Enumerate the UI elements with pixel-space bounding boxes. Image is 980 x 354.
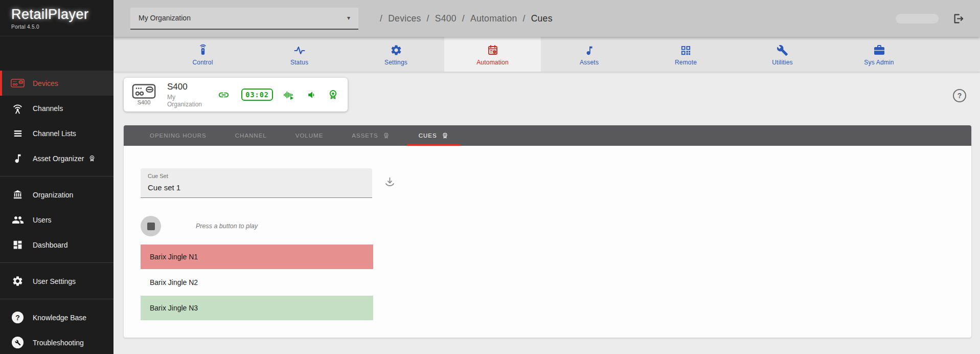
tab-label: Sys Admin	[864, 59, 894, 66]
subtab-volume[interactable]: VOLUME	[284, 125, 335, 146]
breadcrumb-item-s400[interactable]: S400	[435, 13, 457, 24]
wrench-circle-icon	[11, 336, 25, 349]
users-group-icon	[11, 213, 25, 227]
help-icon: ?	[958, 92, 962, 100]
sidebar-nav: Devices Channels Channel	[0, 71, 113, 354]
subtab-channel[interactable]: CHANNEL	[223, 125, 279, 146]
sidebar-divider	[0, 299, 113, 299]
subtab-opening-hours[interactable]: OPENING HOURS	[138, 125, 218, 146]
device-organization: My Organization	[167, 94, 202, 108]
breadcrumb-separator: /	[427, 13, 429, 24]
cue-set-field[interactable]: Cue Set Cue set 1	[141, 168, 372, 198]
cue-label: Barix Jingle N3	[150, 304, 198, 312]
toolbox-icon	[873, 42, 885, 56]
award-badge-icon	[327, 88, 339, 101]
antenna-icon	[11, 101, 25, 115]
sidebar-item-label: Channel Lists	[33, 129, 76, 138]
tab-label: Utilities	[772, 59, 792, 66]
device-thumbnail: S400	[132, 84, 156, 105]
sidebar-item-channels[interactable]: Channels	[0, 96, 113, 121]
device-player-icon	[132, 84, 156, 99]
link-connected-icon	[216, 89, 232, 101]
tab-label: Assets	[580, 59, 599, 66]
audio-playing-icon	[283, 88, 295, 101]
device-player-icon	[11, 76, 25, 90]
download-icon	[383, 175, 396, 188]
download-cue-set-button[interactable]	[383, 175, 396, 190]
breadcrumb-separator: /	[522, 13, 525, 24]
cue-button-barix-jingle-n3[interactable]: Barix Jingle N3	[141, 296, 373, 320]
tab-label: Settings	[384, 59, 407, 66]
tab-assets[interactable]: Assets	[541, 37, 637, 72]
sidebar-item-label: Asset Organizer	[33, 154, 84, 163]
device-clock: 03:02	[241, 88, 273, 101]
breadcrumb-separator: /	[462, 13, 465, 24]
device-tab-bar: Control Status Settings	[113, 37, 980, 72]
stop-playback-button[interactable]	[141, 216, 161, 236]
retailplayer-app: RetailPlayer Portal 4.5.0 Devices Channe…	[0, 0, 980, 354]
cue-button-barix-jingle-n2[interactable]: Barix Jingle N2	[141, 270, 373, 295]
tab-control[interactable]: Control	[154, 37, 251, 72]
gear-icon	[11, 274, 25, 288]
subtab-label: ASSETS	[352, 132, 378, 139]
music-note-icon	[584, 42, 595, 56]
breadcrumb-item-automation[interactable]: Automation	[470, 13, 517, 24]
sidebar-item-organization[interactable]: Organization	[0, 182, 113, 207]
pulse-icon	[293, 42, 306, 56]
sidebar-item-label: Users	[33, 216, 52, 224]
award-badge-icon	[382, 132, 390, 140]
tab-automation[interactable]: Automation	[444, 37, 541, 72]
automation-panel: OPENING HOURS CHANNEL VOLUME ASSETS CUES…	[124, 125, 971, 338]
breadcrumb: / Devices / S400 / Automation / Cues	[380, 13, 553, 24]
tab-remote[interactable]: Remote	[637, 37, 734, 72]
subtab-label: CUES	[419, 132, 437, 139]
sidebar-divider	[0, 262, 113, 263]
breadcrumb-item-devices[interactable]: Devices	[388, 13, 421, 24]
calendar-gear-icon	[487, 42, 499, 56]
sidebar-item-devices[interactable]: Devices	[0, 71, 113, 96]
tab-sys-admin[interactable]: Sys Admin	[831, 37, 927, 72]
question-circle-icon: ?	[11, 311, 25, 324]
sidebar-item-label: Knowledge Base	[33, 314, 86, 322]
sidebar-item-asset-organizer[interactable]: Asset Organizer	[0, 146, 113, 171]
automation-subtabs: OPENING HOURS CHANNEL VOLUME ASSETS CUES	[124, 125, 971, 146]
sidebar-item-label: Troubleshooting	[33, 339, 84, 347]
sidebar-item-label: Devices	[33, 79, 58, 87]
sidebar-item-dashboard[interactable]: Dashboard	[0, 232, 113, 257]
gear-icon	[390, 42, 402, 56]
cue-set-value: Cue set 1	[148, 183, 365, 192]
sidebar-item-channel-lists[interactable]: Channel Lists	[0, 121, 113, 146]
award-badge-icon	[441, 132, 449, 140]
subtab-label: OPENING HOURS	[150, 132, 207, 139]
subtab-assets[interactable]: ASSETS	[340, 125, 401, 146]
top-bar: My Organization ▾ / Devices / S400 / Aut…	[113, 0, 980, 37]
subtab-cues[interactable]: CUES	[407, 125, 461, 146]
remote-control-icon	[197, 42, 209, 56]
app-logo: RetailPlayer	[11, 7, 113, 23]
sidebar-item-troubleshooting[interactable]: Troubleshooting	[0, 330, 113, 354]
qr-code-icon	[680, 42, 692, 56]
cue-label: Barix Jingle N2	[150, 278, 198, 286]
tab-settings[interactable]: Settings	[348, 37, 444, 72]
wrench-icon	[777, 42, 788, 56]
award-badge-icon	[88, 154, 96, 163]
sidebar-item-users[interactable]: Users	[0, 207, 113, 232]
device-summary-card[interactable]: S400 S400 My Organization 03:02	[124, 78, 348, 112]
device-names: S400 My Organization	[167, 82, 202, 108]
sidebar-item-knowledge-base[interactable]: ? Knowledge Base	[0, 305, 113, 330]
logout-button[interactable]	[951, 12, 965, 26]
organization-selector[interactable]: My Organization ▾	[130, 8, 358, 30]
tab-utilities[interactable]: Utilities	[734, 37, 831, 72]
music-note-icon	[11, 151, 25, 165]
tab-status[interactable]: Status	[251, 37, 348, 72]
help-button[interactable]: ?	[953, 89, 966, 102]
play-hint-text: Press a button to play	[196, 223, 258, 230]
cue-button-barix-jingle-n1[interactable]: Barix Jingle N1	[141, 245, 373, 269]
sidebar-item-user-settings[interactable]: User Settings	[0, 269, 113, 294]
list-icon	[11, 126, 25, 140]
logo-block: RetailPlayer Portal 4.5.0	[0, 0, 113, 36]
sidebar: RetailPlayer Portal 4.5.0 Devices Channe…	[0, 0, 113, 354]
app-version: Portal 4.5.0	[11, 24, 113, 30]
device-status-icons: 03:02	[216, 88, 339, 101]
tab-label: Status	[290, 59, 308, 66]
